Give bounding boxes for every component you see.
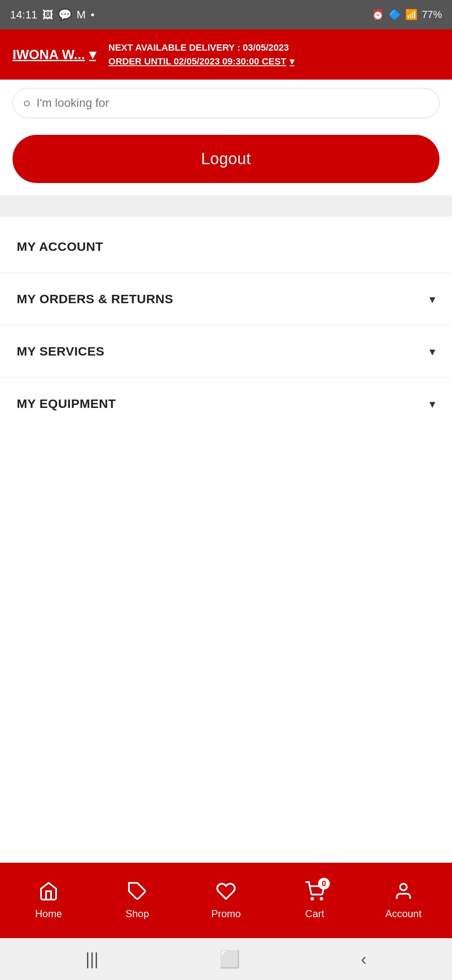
account-icon	[393, 881, 413, 905]
order-until[interactable]: ORDER UNTIL 02/05/2023 09:30:00 CEST ▾	[108, 54, 294, 68]
chevron-down-icon-delivery: ▾	[290, 54, 294, 68]
search-input[interactable]	[36, 96, 429, 110]
bluetooth-icon: 🔷	[388, 9, 401, 21]
message-icon: 💬	[58, 8, 72, 21]
menu-item-label: MY ACCOUNT	[17, 240, 103, 254]
nav-label-shop: Shop	[126, 908, 149, 920]
section-spacer	[0, 196, 452, 217]
photo-icon: 🖼	[42, 8, 53, 21]
svg-point-2	[321, 898, 322, 900]
system-nav: ||| ⬜ ‹	[0, 938, 452, 980]
user-dropdown[interactable]: IWONA W... ▾	[13, 46, 96, 62]
nav-label-promo: Promo	[211, 908, 241, 920]
menu-item-services[interactable]: MY SERVICES ▾	[0, 325, 452, 378]
svg-point-3	[400, 884, 407, 890]
recent-apps-button[interactable]: |||	[85, 950, 98, 969]
chevron-down-icon: ▾	[429, 397, 435, 411]
dot-indicator: •	[91, 8, 95, 21]
menu-item-label: MY SERVICES	[17, 344, 104, 358]
nav-item-cart[interactable]: 0 Cart	[270, 881, 359, 920]
nav-item-account[interactable]: Account	[359, 881, 448, 920]
app-header: IWONA W... ▾ NEXT AVAILABLE DELIVERY : 0…	[0, 29, 452, 80]
nav-label-home: Home	[35, 908, 62, 920]
promo-icon	[216, 881, 236, 905]
search-container: ○	[0, 80, 452, 118]
search-bar[interactable]: ○	[13, 88, 439, 118]
menu-item-orders-returns[interactable]: MY ORDERS & RETURNS ▾	[0, 273, 452, 325]
nav-item-promo[interactable]: Promo	[182, 881, 270, 920]
home-icon	[39, 881, 59, 905]
back-button[interactable]: ‹	[361, 950, 366, 969]
nav-label-account: Account	[385, 908, 422, 920]
logout-button[interactable]: Logout	[13, 135, 439, 183]
chevron-down-icon: ▾	[429, 292, 435, 306]
nav-item-home[interactable]: Home	[4, 881, 93, 920]
nav-label-cart: Cart	[305, 908, 324, 920]
bottom-nav: Home Shop Promo 0 Cart	[0, 863, 452, 938]
home-button[interactable]: ⬜	[219, 949, 240, 969]
delivery-date: NEXT AVAILABLE DELIVERY : 03/05/2023	[108, 41, 294, 54]
menu-item-equipment[interactable]: MY EQUIPMENT ▾	[0, 378, 452, 430]
menu-item-label: MY ORDERS & RETURNS	[17, 292, 173, 306]
cart-badge: 0	[318, 878, 330, 890]
search-icon: ○	[23, 96, 31, 110]
chevron-down-icon: ▾	[429, 345, 435, 358]
svg-point-1	[311, 898, 313, 900]
shop-icon	[127, 881, 147, 905]
menu-item-my-account[interactable]: MY ACCOUNT	[0, 221, 452, 273]
status-bar: 14:11 🖼 💬 M • ⏰ 🔷 📶 77%	[0, 0, 452, 29]
status-time: 14:11	[10, 8, 37, 21]
chevron-down-icon: ▾	[89, 46, 96, 62]
menu-section: MY ACCOUNT MY ORDERS & RETURNS ▾ MY SERV…	[0, 217, 452, 648]
menu-item-label: MY EQUIPMENT	[17, 397, 116, 411]
gmail-icon: M	[77, 8, 86, 21]
signal-icon: 📶	[405, 9, 418, 21]
battery-text: 77%	[422, 9, 442, 21]
logout-section: Logout	[0, 118, 452, 196]
content-area	[0, 648, 452, 863]
nav-item-shop[interactable]: Shop	[93, 881, 182, 920]
alarm-icon: ⏰	[372, 9, 384, 21]
cart-icon: 0	[305, 881, 325, 905]
user-name: IWONA W...	[13, 47, 85, 62]
delivery-info: NEXT AVAILABLE DELIVERY : 03/05/2023 ORD…	[108, 41, 294, 68]
